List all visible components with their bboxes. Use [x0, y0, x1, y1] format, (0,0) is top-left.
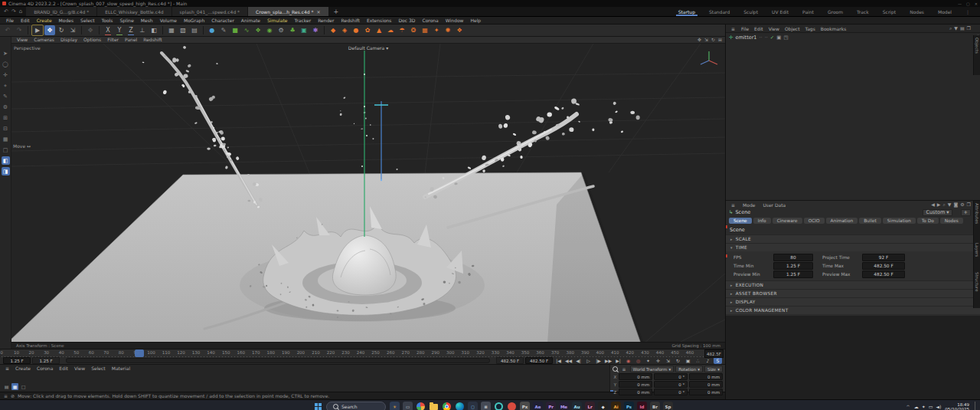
move-tool-icon[interactable]: ✥: [44, 25, 55, 35]
attr-tab-info[interactable]: Info: [753, 218, 771, 224]
side-tab-layers[interactable]: Layers: [973, 241, 980, 271]
tray-chevron-icon[interactable]: ^: [906, 404, 910, 409]
notepad-icon[interactable]: ≡: [481, 402, 491, 410]
bridge-icon[interactable]: Br: [650, 402, 660, 410]
volume-icon[interactable]: ▣: [299, 25, 309, 35]
sim-scene-icon[interactable]: ▦: [420, 25, 430, 35]
sound-button[interactable]: ♪: [704, 357, 712, 364]
cinema4d-app-icon[interactable]: [494, 402, 504, 410]
menu-create[interactable]: Create: [34, 18, 55, 23]
tab-history-tools[interactable]: ↶↷⌂: [0, 7, 26, 16]
goto-start-button[interactable]: |◀: [554, 357, 563, 364]
layout-tab-model[interactable]: Model: [931, 7, 959, 16]
attr-tab-to-do[interactable]: To Do: [917, 218, 939, 224]
object-row[interactable]: ✛emitter1····✓▣◳: [726, 33, 980, 42]
menu-edit[interactable]: Edit: [18, 18, 33, 23]
create-sphere-icon[interactable]: ●: [207, 25, 217, 35]
autokey-button[interactable]: ◎: [634, 357, 642, 364]
menu-spline[interactable]: Spline: [116, 18, 136, 23]
viewport-3d-scene[interactable]: [11, 44, 725, 342]
side-tab-structure[interactable]: Structure: [973, 270, 980, 308]
render-view-button[interactable]: ▦: [166, 25, 177, 35]
attr-tab-ocio[interactable]: OCIO: [804, 218, 825, 224]
document-tab-0[interactable]: BRAND_ID_G…g/B.c4d *: [26, 7, 96, 16]
lightroom-icon[interactable]: Lr: [585, 402, 595, 410]
menu-help[interactable]: Help: [467, 18, 484, 23]
chrome-icon[interactable]: [442, 402, 452, 410]
attr-tab-nodes[interactable]: Nodes: [940, 218, 963, 224]
material-menu-material[interactable]: Material: [109, 366, 132, 371]
snap-target-icon[interactable]: ⌖: [2, 81, 10, 90]
axis-y-lock-icon[interactable]: Y: [114, 25, 125, 35]
record-rotation-icon[interactable]: ↻: [674, 357, 682, 364]
scale-tool-icon[interactable]: ⇲: [67, 25, 78, 35]
attr-tab-simulation[interactable]: Simulation: [883, 218, 916, 224]
menu-render[interactable]: Render: [315, 18, 337, 23]
timeline-ruler[interactable]: 0102030405060708090100110120130140150160…: [2, 349, 724, 357]
window-controls[interactable]: —▢✕: [958, 2, 978, 6]
attr-tab-bullet[interactable]: Bullet: [859, 218, 881, 224]
viewport-menu-view[interactable]: View: [15, 37, 30, 42]
record-position-icon[interactable]: ✛: [654, 357, 662, 364]
menu-select[interactable]: Select: [77, 18, 98, 23]
spline-knot-icon[interactable]: ✱: [310, 25, 321, 35]
menu-simulate[interactable]: Simulate: [264, 18, 291, 23]
after-effects-icon[interactable]: Ae: [533, 402, 543, 410]
viewport-menu-cameras[interactable]: Cameras: [31, 37, 57, 42]
timeline-max-field-1[interactable]: 482.50 F: [525, 357, 553, 364]
side-tab-objects[interactable]: Objects: [973, 35, 980, 75]
record-scale-icon[interactable]: ⇲: [664, 357, 672, 364]
photoshop-icon[interactable]: Ps: [624, 402, 634, 410]
layout-tab-uv-edit[interactable]: UV Edit: [765, 7, 795, 16]
menu-doc-3d[interactable]: Doc 3D: [396, 18, 419, 23]
deformer-icon[interactable]: ♣: [287, 25, 298, 35]
coord-value-y-0[interactable]: 0 mm: [619, 381, 652, 388]
attr-tab-cineware[interactable]: Cineware: [773, 218, 802, 224]
attr-tab-animation[interactable]: Animation: [826, 218, 858, 224]
media-encoder-icon[interactable]: Me: [559, 402, 569, 410]
indesign-icon[interactable]: Id: [637, 402, 647, 410]
davinci-icon[interactable]: ◆: [598, 402, 608, 410]
viewport-canvas[interactable]: Perspective Default Camera ▾ Move ↔: [11, 44, 725, 342]
sim-rope-icon[interactable]: ◈: [339, 25, 350, 35]
settings-icon[interactable]: ⚙: [2, 103, 10, 111]
layout-tab-startup[interactable]: Startup: [671, 7, 702, 16]
viewport-menu-redshift[interactable]: Redshift: [141, 37, 164, 42]
layer-icon[interactable]: ▤: [960, 25, 965, 31]
play-button[interactable]: ▷: [584, 357, 593, 364]
maximize-button[interactable]: ▢: [966, 2, 970, 6]
render-settings-button[interactable]: ▤: [189, 25, 200, 35]
menu-tracker[interactable]: Tracker: [292, 18, 315, 23]
next-frame-button[interactable]: |▶: [594, 357, 603, 364]
field-project-time[interactable]: 92 F: [862, 254, 905, 261]
sim-softbody-icon[interactable]: ●: [351, 25, 361, 35]
rotate-view-icon[interactable]: ↻: [711, 37, 715, 42]
record-parameter-icon[interactable]: ▣: [684, 357, 692, 364]
forward-icon[interactable]: ▶: [937, 202, 941, 208]
popout-icon[interactable]: ❐: [967, 25, 971, 31]
sim-force-icon[interactable]: ✺: [443, 25, 453, 35]
tag-icon[interactable]: ▣: [776, 34, 781, 41]
add-preset-button[interactable]: +: [961, 209, 971, 216]
red-app-icon[interactable]: [507, 402, 517, 410]
sim-pyro-icon[interactable]: ▲: [374, 25, 384, 35]
start-button[interactable]: [315, 403, 322, 410]
visibility-dots-icon[interactable]: ··: [760, 34, 763, 41]
field-fps[interactable]: 80: [773, 254, 813, 261]
axis-x-lock-icon[interactable]: X: [103, 25, 113, 35]
sim-vortex-icon[interactable]: ❖: [454, 25, 465, 35]
redo-icon[interactable]: ↷: [14, 25, 24, 35]
group-asset-browser[interactable]: ▸ASSET BROWSER: [726, 289, 980, 297]
layout-tab-script[interactable]: Script: [876, 7, 903, 16]
add-view-icon[interactable]: ⊞: [2, 113, 10, 122]
render-view-icon[interactable]: ▶: [31, 25, 44, 36]
maximize-view-icon[interactable]: ⊞: [718, 37, 722, 42]
coord-header-rotation[interactable]: Rotation▾: [675, 366, 703, 372]
attr-tab-scene[interactable]: Scene: [729, 218, 752, 224]
material-grid-view-icon[interactable]: ▦: [11, 383, 18, 390]
generator-gear-icon[interactable]: ⚙: [276, 25, 286, 35]
attr-menu-user-data[interactable]: User Data: [760, 202, 788, 208]
timeline-min-field-0[interactable]: 1.25 F: [3, 357, 31, 364]
workplane-toggle-icon[interactable]: ◨: [2, 167, 10, 175]
solo-button[interactable]: S: [714, 357, 722, 364]
